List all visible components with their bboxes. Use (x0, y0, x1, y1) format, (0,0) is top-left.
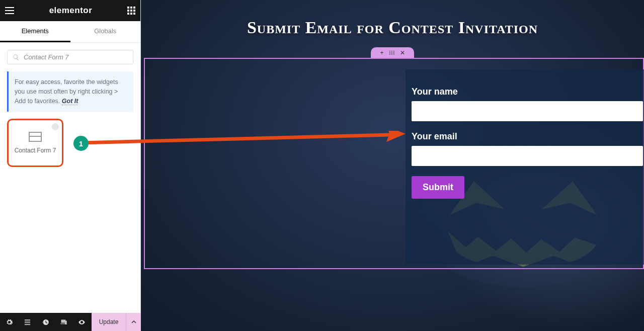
menu-icon[interactable] (5, 7, 14, 14)
search-input[interactable] (24, 53, 128, 61)
sidebar-tabs: Elements Globals (0, 21, 140, 43)
submit-button[interactable]: Submit (412, 176, 464, 199)
name-label: Your name (412, 87, 644, 97)
settings-icon[interactable] (0, 313, 18, 331)
section-handle: + ⁞⁞⁞ ✕ (371, 47, 414, 58)
navigator-icon[interactable] (18, 313, 36, 331)
add-section-icon[interactable]: + (380, 49, 383, 56)
tip-box: For easy access, favorite the widgets yo… (7, 71, 133, 112)
name-input[interactable] (412, 101, 643, 121)
drag-section-icon[interactable]: ⁞⁞⁞ (389, 49, 395, 56)
annotation-badge-1: 1 (73, 136, 89, 151)
widget-label: Contact Form 7 (15, 147, 56, 154)
email-label: Your email (412, 131, 644, 142)
form-icon (29, 132, 42, 142)
delete-section-icon[interactable]: ✕ (400, 49, 405, 56)
apps-icon[interactable] (127, 7, 135, 15)
elementor-sidebar: elementor Elements Globals For easy acce… (0, 0, 141, 331)
update-button[interactable]: Update (92, 313, 126, 331)
editor-canvas: Submit Email for Contest Invitation + ⁞⁞… (141, 0, 644, 331)
search-wrap (0, 43, 140, 71)
history-icon[interactable] (36, 313, 54, 331)
page-heading: Submit Email for Contest Invitation (141, 18, 644, 37)
sidebar-footer: Update (0, 313, 141, 331)
search-box (7, 50, 133, 64)
search-icon (13, 54, 20, 61)
external-badge-icon (52, 123, 59, 130)
tab-globals[interactable]: Globals (70, 21, 141, 42)
tab-elements[interactable]: Elements (0, 21, 70, 42)
sidebar-header: elementor (0, 0, 140, 21)
widget-contact-form-7[interactable]: Contact Form 7 (7, 119, 63, 167)
update-options-caret[interactable] (126, 313, 141, 331)
email-input[interactable] (412, 146, 643, 166)
chevron-up-icon (131, 319, 136, 324)
brand-label: elementor (49, 6, 93, 16)
contact-form-widget[interactable]: Your name Your email Submit (406, 69, 644, 265)
preview-icon[interactable] (72, 313, 91, 331)
tip-dismiss[interactable]: Got It (62, 98, 78, 105)
responsive-icon[interactable] (54, 313, 72, 331)
widget-grid: Contact Form 7 (0, 112, 140, 174)
